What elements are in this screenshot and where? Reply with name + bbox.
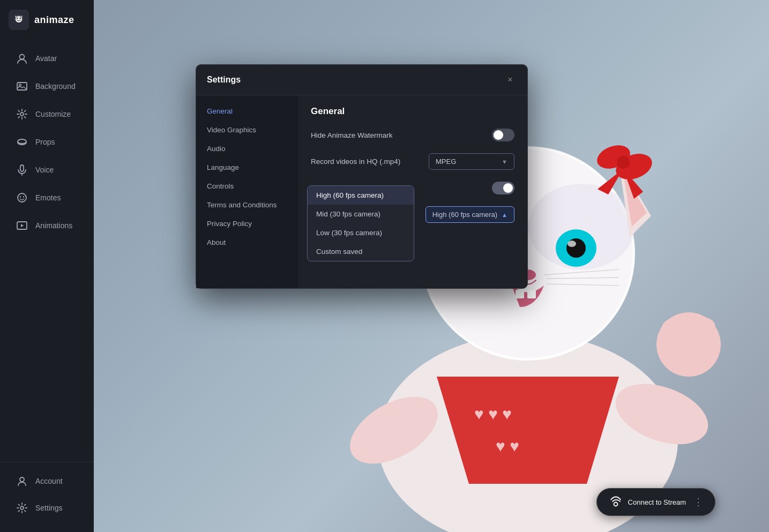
dropdown-option-2[interactable]: Low (30 fps camera) [308, 223, 414, 242]
sidebar-item-props-label: Props [35, 138, 55, 146]
settings-menu-general[interactable]: General [196, 102, 298, 121]
record-hq-row: Record videos in HQ (.mp4) MPEG ▼ [311, 153, 514, 170]
watermark-toggle[interactable] [492, 129, 514, 141]
settings-menu-privacy[interactable]: Privacy Policy [196, 214, 298, 233]
sidebar-item-settings[interactable]: Settings [4, 494, 89, 521]
main-area: ♥ ♥ ♥ ♥ ♥ [94, 0, 769, 532]
svg-point-7 [19, 84, 21, 86]
dropdown-option-0[interactable]: High (60 fps camera) [308, 186, 414, 205]
record-hq-chevron: ▼ [502, 159, 507, 165]
sidebar-item-background-label: Background [35, 82, 76, 91]
animations-icon [15, 219, 29, 233]
sidebar-item-animations-label: Animations [35, 221, 72, 230]
app-name: animaze [34, 14, 74, 26]
record-hq-value: MPEG [436, 158, 456, 166]
props-icon [15, 135, 29, 149]
sidebar-item-avatar[interactable]: Avatar [4, 45, 89, 72]
settings-menu-video-graphics[interactable]: Video Graphics [196, 121, 298, 139]
sidebar-item-animations[interactable]: Animations [4, 212, 89, 239]
svg-point-17 [20, 506, 24, 509]
watermark-label: Hide Animaze Watermark [311, 131, 393, 139]
sidebar-item-customize-label: Customize [35, 110, 71, 118]
sidebar-nav: Avatar Background Customize [0, 40, 94, 462]
dropdown-option-3[interactable]: Custom saved [308, 242, 414, 261]
tracking-profile-select[interactable]: High (60 fps camera) ▲ [425, 206, 514, 223]
modal-header: Settings × [196, 65, 527, 95]
sidebar-item-props[interactable]: Props [4, 129, 89, 155]
logo-icon [9, 10, 29, 30]
sidebar-bottom: Account Settings [0, 462, 94, 532]
svg-point-16 [20, 477, 24, 482]
connect-to-stream-button[interactable]: Connect to Stream ⋮ [596, 488, 715, 516]
settings-menu-controls[interactable]: Controls [196, 177, 298, 196]
general-section-title: General [311, 106, 514, 117]
settings-menu-audio[interactable]: Audio [196, 139, 298, 158]
sidebar-item-emotes-label: Emotes [35, 193, 61, 202]
svg-point-8 [20, 113, 24, 116]
tracking-debug-toggle[interactable] [492, 182, 514, 194]
settings-menu-about[interactable]: About [196, 233, 298, 252]
svg-point-12 [18, 193, 26, 202]
sidebar-item-settings-label: Settings [35, 504, 63, 512]
modal-overlay: Settings × General Video Graphics Audio … [94, 0, 769, 532]
sidebar-item-voice-label: Voice [35, 166, 54, 174]
sidebar-item-emotes[interactable]: Emotes [4, 184, 89, 211]
connect-stream-text: Connect to Stream [628, 498, 686, 506]
account-icon [15, 474, 29, 488]
tracking-profile-chevron: ▲ [502, 212, 507, 218]
customize-icon [15, 107, 29, 121]
avatar-icon [15, 51, 29, 65]
record-hq-label: Record videos in HQ (.mp4) [311, 158, 400, 166]
svg-point-5 [20, 55, 25, 59]
modal-title: Settings [207, 75, 241, 85]
svg-point-14 [23, 196, 24, 197]
sidebar-item-account[interactable]: Account [4, 468, 89, 494]
sidebar-item-customize[interactable]: Customize [4, 101, 89, 128]
settings-icon [15, 501, 29, 515]
stream-icon [609, 495, 623, 509]
settings-menu-language[interactable]: Language [196, 158, 298, 177]
app-logo: animaze [0, 0, 94, 40]
connect-stream-more[interactable]: ⋮ [693, 496, 703, 508]
settings-menu: General Video Graphics Audio Language Co… [196, 95, 298, 288]
sidebar-item-voice[interactable]: Voice [4, 156, 89, 183]
modal-close-button[interactable]: × [504, 73, 517, 86]
voice-icon [15, 163, 29, 177]
tracking-profile-value: High (60 fps camera) [432, 211, 497, 219]
svg-point-9 [18, 139, 26, 144]
sidebar: animaze Avatar Background [0, 0, 94, 532]
emotes-icon [15, 191, 29, 205]
dropdown-option-1[interactable]: Mid (30 fps camera) [308, 205, 414, 223]
svg-point-54 [614, 503, 617, 506]
svg-rect-6 [17, 83, 27, 90]
svg-point-13 [20, 196, 21, 197]
svg-point-2 [16, 16, 22, 23]
settings-menu-terms[interactable]: Terms and Conditions [196, 196, 298, 214]
sidebar-item-avatar-label: Avatar [35, 54, 57, 63]
sidebar-item-background[interactable]: Background [4, 73, 89, 100]
sidebar-item-account-label: Account [35, 477, 63, 485]
tracking-profile-dropdown: High (60 fps camera) Mid (30 fps camera)… [307, 185, 414, 261]
watermark-row: Hide Animaze Watermark [311, 129, 514, 141]
record-hq-select[interactable]: MPEG ▼ [429, 153, 514, 170]
svg-rect-10 [20, 165, 24, 171]
background-icon [15, 79, 29, 93]
